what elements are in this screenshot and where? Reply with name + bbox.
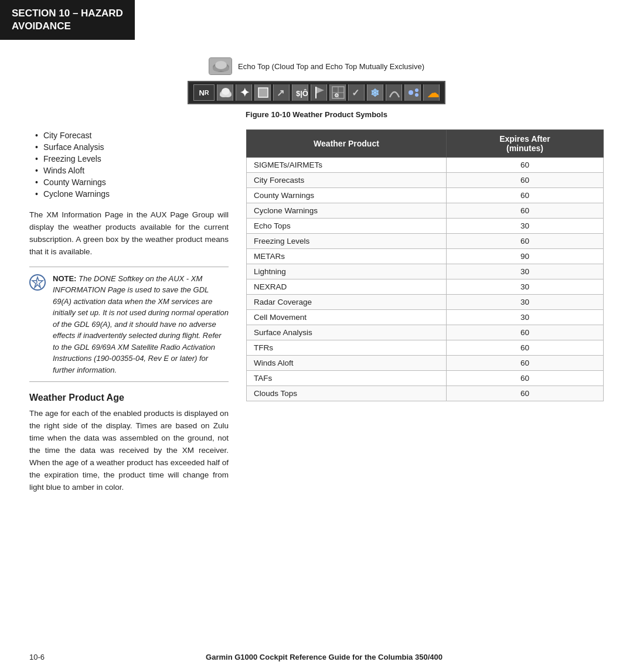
expires-cell: 60: [446, 188, 603, 203]
weather-table: Weather Product Expires After(minutes) S…: [246, 129, 604, 401]
weather-product-age-body: The age for each of the enabled products…: [29, 408, 229, 493]
two-column-layout: City Forecast Surface Analysis Freezing …: [29, 129, 604, 502]
svg-text:↗: ↗: [277, 88, 284, 98]
page-number: 10-6: [29, 653, 45, 661]
product-cell: Surface Analysis: [247, 325, 447, 340]
table-row: Cyclone Warnings60: [247, 203, 604, 219]
weather-product-age-heading: Weather Product Age: [29, 393, 229, 403]
sio-symbol: $|Ô: [292, 84, 308, 101]
product-cell: TFRs: [247, 340, 447, 356]
flag-symbol: [311, 84, 327, 101]
table-row: SIGMETs/AIRMETs60: [247, 158, 604, 173]
svg-point-32: [409, 90, 413, 95]
table-row: METARs90: [247, 249, 604, 264]
product-cell: County Warnings: [247, 188, 447, 203]
expires-cell: 60: [446, 386, 603, 401]
nr-symbol: NR: [193, 84, 215, 101]
list-item: Freezing Levels: [35, 153, 229, 165]
header-line1: SECTION 10 – HAZARD: [12, 8, 123, 19]
cloud-symbol: [217, 84, 233, 101]
figure-area: Echo Top (Cloud Top and Echo Top Mutuall…: [29, 57, 604, 119]
product-cell: Freezing Levels: [247, 234, 447, 249]
right-column: Weather Product Expires After(minutes) S…: [246, 129, 604, 401]
svg-text:✓: ✓: [352, 88, 359, 98]
check-symbol: ✓: [348, 84, 365, 101]
expires-cell: 30: [446, 279, 603, 295]
table-row: Clouds Tops60: [247, 386, 604, 401]
expires-cell: 60: [446, 356, 603, 371]
arch-symbol: [386, 84, 402, 101]
list-item: Surface Analysis: [35, 141, 229, 153]
left-column: City Forecast Surface Analysis Freezing …: [29, 129, 229, 502]
echo-top-label-row: Echo Top (Cloud Top and Echo Top Mutuall…: [29, 57, 604, 75]
col-header-expires: Expires After(minutes): [446, 130, 603, 158]
table-row: Echo Tops30: [247, 219, 604, 234]
svg-text:✦: ✦: [240, 86, 250, 99]
product-cell: NEXRAD: [247, 279, 447, 295]
echo-top-text: Echo Top (Cloud Top and Echo Top Mutuall…: [238, 62, 424, 71]
svg-rect-18: [311, 84, 326, 101]
col-header-product: Weather Product: [247, 130, 447, 158]
footer-title: Garmin G1000 Cockpit Reference Guide for…: [45, 653, 604, 661]
product-cell: Cell Movement: [247, 310, 447, 325]
svg-rect-13: [258, 88, 268, 97]
svg-text:☁: ☁: [427, 87, 439, 100]
svg-text:$|Ô: $|Ô: [296, 89, 308, 98]
list-item: Cyclone Warnings: [35, 188, 229, 200]
table-row: NEXRAD30: [247, 279, 604, 295]
expires-cell: 90: [446, 249, 603, 264]
weather-symbols-bar: NR ✦ ↗ $|Ô: [188, 81, 445, 104]
product-cell: TAFs: [247, 371, 447, 386]
dots-symbol: [404, 84, 421, 101]
product-cell: Cyclone Warnings: [247, 203, 447, 219]
svg-point-34: [415, 93, 418, 97]
note-label: NOTE:: [53, 274, 76, 283]
bullet-list: City Forecast Surface Analysis Freezing …: [35, 129, 229, 200]
table-row: Cell Movement30: [247, 310, 604, 325]
product-cell: METARs: [247, 249, 447, 264]
product-cell: Clouds Tops: [247, 386, 447, 401]
table-row: Lightning30: [247, 264, 604, 279]
expires-cell: 60: [446, 325, 603, 340]
snowflake-symbol: ❄: [367, 84, 383, 101]
note-body: The DONE Softkey on the AUX - XM INFORMA…: [53, 274, 229, 374]
swirl-symbol: ☁: [423, 84, 440, 101]
body-paragraph-1: The XM Information Page in the AUX Page …: [29, 209, 229, 258]
note-text: NOTE: The DONE Softkey on the AUX - XM I…: [53, 273, 229, 376]
product-cell: Lightning: [247, 264, 447, 279]
table-row: City Forecasts60: [247, 173, 604, 188]
table-row: TFRs60: [247, 340, 604, 356]
svg-text:!: !: [36, 279, 38, 286]
product-cell: City Forecasts: [247, 173, 447, 188]
list-item: City Forecast: [35, 129, 229, 141]
expires-cell: 60: [446, 371, 603, 386]
table-row: County Warnings60: [247, 188, 604, 203]
cloud-icon: [209, 57, 232, 75]
arrow-symbol: ↗: [273, 84, 290, 101]
table-row: Radar Coverage30: [247, 295, 604, 310]
product-cell: Radar Coverage: [247, 295, 447, 310]
expires-cell: 60: [446, 234, 603, 249]
svg-text:❄: ❄: [370, 87, 379, 99]
svg-text:⚙: ⚙: [334, 93, 339, 98]
weather-product-age-section: Weather Product Age The age for each of …: [29, 393, 229, 493]
expires-cell: 60: [446, 173, 603, 188]
product-cell: SIGMETs/AIRMETs: [247, 158, 447, 173]
expires-cell: 30: [446, 295, 603, 310]
figure-caption: Figure 10-10 Weather Product Symbols: [29, 110, 604, 119]
svg-point-4: [215, 61, 227, 69]
expires-cell: 60: [446, 203, 603, 219]
grid-symbol: ⚙: [329, 84, 346, 101]
header-line2: AVOIDANCE: [12, 21, 71, 32]
list-item: Winds Aloft: [35, 165, 229, 176]
note-icon: !: [29, 274, 46, 291]
expires-cell: 60: [446, 340, 603, 356]
expires-cell: 30: [446, 219, 603, 234]
plus-symbol: ✦: [236, 84, 252, 101]
svg-point-33: [415, 88, 418, 92]
table-header-row: Weather Product Expires After(minutes): [247, 130, 604, 158]
expires-cell: 60: [446, 158, 603, 173]
svg-point-9: [222, 88, 230, 95]
page-footer: 10-6 Garmin G1000 Cockpit Reference Guid…: [0, 653, 633, 661]
section-header: SECTION 10 – HAZARD AVOIDANCE: [0, 0, 135, 40]
